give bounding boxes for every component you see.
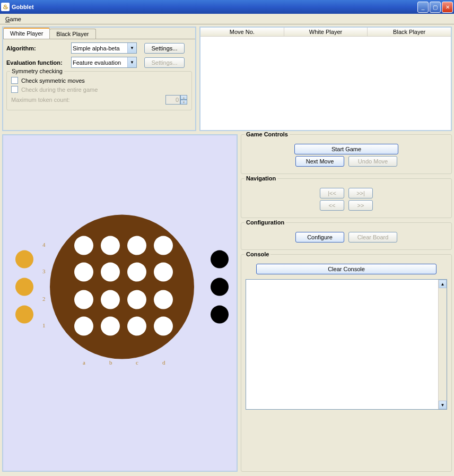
check-entire-label: Check during the entire game — [21, 86, 98, 93]
symmetry-legend: Symmetry checking — [10, 68, 64, 74]
col-label-b: b — [109, 359, 112, 366]
next-move-button[interactable]: Next Move — [295, 156, 344, 167]
scroll-down-icon[interactable]: ▼ — [439, 401, 447, 409]
white-pieces-stack[interactable] — [15, 250, 33, 324]
eval-value: Feature evaluation — [73, 59, 121, 66]
navigation-legend: Navigation — [245, 175, 277, 181]
svg-point-10 — [127, 290, 146, 309]
chevron-down-icon: ▼ — [127, 43, 136, 53]
nav-first-button: |<< — [320, 188, 344, 198]
svg-point-8 — [74, 290, 93, 309]
svg-point-5 — [101, 263, 120, 282]
player-tabs: White Player Black Player — [3, 28, 195, 39]
svg-point-20 — [211, 278, 229, 296]
java-icon: ♨ — [1, 3, 10, 11]
start-game-button[interactable]: Start Game — [294, 144, 398, 154]
window-title: Gobblet — [12, 4, 416, 10]
svg-point-17 — [15, 278, 33, 296]
clear-board-button: Clear Board — [348, 232, 397, 243]
tab-body-white: Algorithm: Simple alpha-beta ▼ Settings.… — [3, 39, 195, 114]
col-black[interactable]: Black Player — [368, 28, 451, 36]
configuration-legend: Configuration — [245, 219, 286, 226]
console-scrollbar[interactable]: ▲ ▼ — [438, 280, 447, 409]
svg-point-18 — [15, 306, 33, 324]
menu-game-rest: ame — [10, 16, 21, 22]
symmetry-fieldset: Symmetry checking Check symmetric moves … — [6, 71, 192, 110]
svg-point-9 — [101, 290, 120, 309]
player-config-panel: White Player Black Player Algorithm: Sim… — [2, 27, 196, 131]
check-symmetric-checkbox[interactable] — [11, 77, 18, 84]
svg-point-16 — [15, 250, 33, 269]
tab-black-player[interactable]: Black Player — [49, 29, 95, 39]
table-body — [200, 37, 451, 130]
board-circle — [50, 215, 194, 359]
col-label-d: d — [162, 359, 165, 366]
top-row: White Player Black Player Algorithm: Sim… — [2, 27, 452, 131]
console-group: Console Clear Console ▲ ▼ — [241, 254, 452, 472]
menubar: Game — [0, 14, 454, 24]
svg-point-13 — [101, 317, 120, 336]
table-header: Move No. White Player Black Player — [200, 28, 451, 37]
nav-last-button: >>| — [348, 188, 373, 198]
svg-point-3 — [154, 236, 173, 255]
svg-point-6 — [127, 263, 146, 282]
navigation-group: Navigation |<< >>| << >> — [241, 178, 452, 218]
console-legend: Console — [245, 251, 270, 257]
eval-label: Evaluation function: — [6, 59, 69, 66]
svg-point-14 — [127, 317, 146, 336]
svg-point-1 — [101, 236, 120, 255]
black-pieces-stack[interactable] — [211, 250, 229, 324]
menu-game[interactable]: Game — [2, 15, 24, 23]
board-panel: 4 3 2 1 a b c d — [2, 134, 238, 472]
max-token-label: Maximum token count: — [11, 97, 70, 103]
nav-prev-button: << — [320, 200, 344, 211]
svg-point-4 — [74, 263, 93, 282]
clear-console-button[interactable]: Clear Console — [256, 264, 436, 274]
maximize-button[interactable]: ▢ — [430, 2, 441, 13]
spinner-down-icon: ▼ — [180, 100, 187, 105]
algorithm-settings-button[interactable]: Settings... — [144, 43, 185, 54]
right-panel: Game Controls Start Game Next Move Undo … — [241, 134, 452, 472]
configuration-group: Configuration Configure Clear Board — [241, 222, 452, 250]
scroll-up-icon[interactable]: ▲ — [439, 280, 447, 288]
minimize-button[interactable]: _ — [417, 2, 429, 13]
row-label-2: 2 — [42, 296, 46, 302]
row-label-4: 4 — [42, 241, 46, 248]
chevron-down-icon: ▼ — [127, 57, 136, 67]
max-token-spinner: ▲ ▼ — [165, 95, 187, 105]
svg-point-0 — [74, 236, 93, 255]
configure-button[interactable]: Configure — [295, 232, 344, 243]
bottom-row: 4 3 2 1 a b c d Game Controls Start Game — [2, 134, 452, 472]
nav-next-button: >> — [348, 200, 373, 211]
col-white[interactable]: White Player — [284, 28, 368, 36]
algorithm-label: Algorithm: — [6, 45, 69, 51]
algorithm-value: Simple alpha-beta — [73, 45, 120, 51]
col-label-c: c — [136, 359, 138, 366]
game-controls-legend: Game Controls — [245, 131, 290, 137]
col-move-no[interactable]: Move No. — [200, 28, 284, 36]
col-label-a: a — [83, 359, 85, 366]
titlebar: ♨ Gobblet _ ▢ ✕ — [0, 0, 454, 14]
undo-move-button: Undo Move — [348, 156, 397, 167]
eval-settings-button: Settings... — [144, 57, 185, 68]
spinner-up-icon: ▲ — [180, 95, 187, 100]
close-button[interactable]: ✕ — [442, 2, 453, 13]
svg-point-11 — [154, 290, 173, 309]
console-textarea[interactable]: ▲ ▼ — [246, 279, 447, 410]
max-token-input — [165, 95, 180, 105]
algorithm-combo[interactable]: Simple alpha-beta ▼ — [71, 42, 137, 54]
svg-point-12 — [74, 317, 93, 336]
svg-point-21 — [211, 306, 229, 324]
svg-point-15 — [154, 317, 173, 336]
tab-white-player[interactable]: White Player — [3, 28, 50, 39]
move-table-panel: Move No. White Player Black Player — [199, 27, 452, 131]
row-label-1: 1 — [42, 322, 46, 328]
content: White Player Black Player Algorithm: Sim… — [0, 24, 454, 474]
svg-point-19 — [211, 250, 229, 269]
svg-point-7 — [154, 263, 173, 282]
check-entire-checkbox — [11, 86, 18, 93]
game-controls-group: Game Controls Start Game Next Move Undo … — [241, 134, 452, 174]
eval-combo[interactable]: Feature evaluation ▼ — [71, 57, 137, 68]
check-symmetric-label: Check symmetric moves — [21, 77, 85, 84]
game-board[interactable]: 4 3 2 1 a b c d — [8, 186, 231, 388]
